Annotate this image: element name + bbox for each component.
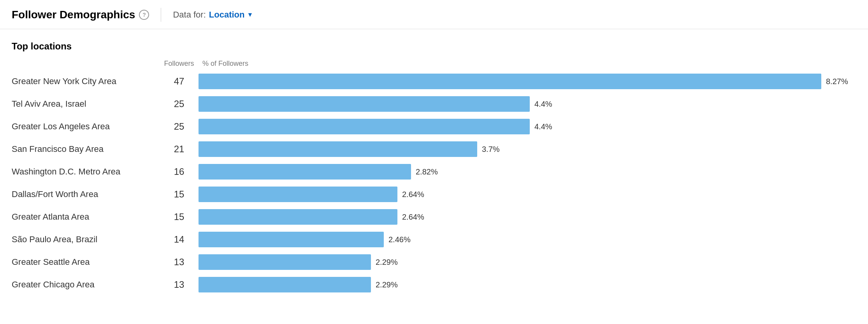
table-row: São Paulo Area, Brazil 14 2.46% <box>12 229 856 250</box>
bar-area: 2.29% <box>199 254 856 270</box>
follower-count: 47 <box>160 76 199 87</box>
location-name: Greater Los Angeles Area <box>12 122 160 132</box>
bar-area: 8.27% <box>199 74 856 89</box>
data-for-section: Data for: Location ▼ <box>173 10 253 20</box>
data-for-dropdown[interactable]: Location ▼ <box>209 10 253 20</box>
title-text: Follower Demographics <box>12 9 135 21</box>
table-row: Greater Seattle Area 13 2.29% <box>12 252 856 273</box>
pct-column-header: % of Followers <box>199 60 856 68</box>
location-name: Greater Chicago Area <box>12 280 160 290</box>
pct-label: 2.29% <box>376 258 398 267</box>
table-row: Greater Los Angeles Area 25 4.4% <box>12 116 856 137</box>
table-row: Dallas/Fort Worth Area 15 2.64% <box>12 184 856 205</box>
pct-label: 4.4% <box>534 100 552 109</box>
pct-label: 2.64% <box>402 213 424 222</box>
follower-count: 15 <box>160 189 199 200</box>
bar-area: 2.29% <box>199 277 856 292</box>
bar <box>199 277 371 292</box>
pct-label: 2.64% <box>402 190 424 199</box>
pct-label: 2.82% <box>416 167 438 176</box>
pct-label: 2.46% <box>388 235 411 244</box>
location-name: São Paulo Area, Brazil <box>12 234 160 245</box>
bar <box>199 232 384 247</box>
follower-count: 14 <box>160 234 199 245</box>
table-row: Greater Chicago Area 13 2.29% <box>12 274 856 295</box>
bar <box>199 187 397 202</box>
bar-area: 2.64% <box>199 187 856 202</box>
pct-label: 8.27% <box>826 77 848 86</box>
follower-count: 25 <box>160 121 199 132</box>
bar-area: 4.4% <box>199 119 856 134</box>
page-title: Follower Demographics ? <box>12 9 149 21</box>
pct-label: 3.7% <box>482 145 500 154</box>
bar <box>199 96 530 112</box>
table-row: Washington D.C. Metro Area 16 2.82% <box>12 161 856 182</box>
bar <box>199 74 821 89</box>
location-name: Dallas/Fort Worth Area <box>12 189 160 199</box>
bar <box>199 141 477 157</box>
table-row: San Francisco Bay Area 21 3.7% <box>12 139 856 160</box>
chevron-down-icon: ▼ <box>247 11 253 18</box>
pct-label: 2.29% <box>376 280 398 289</box>
location-name: Greater Atlanta Area <box>12 212 160 222</box>
header-divider <box>161 8 161 22</box>
section-title: Top locations <box>12 41 856 52</box>
follower-count: 13 <box>160 257 199 268</box>
location-name: Washington D.C. Metro Area <box>12 167 160 177</box>
bar-area: 2.64% <box>199 209 856 225</box>
chart-rows: Greater New York City Area 47 8.27% Tel … <box>12 71 856 295</box>
bar-area: 2.82% <box>199 164 856 180</box>
table-row: Greater New York City Area 47 8.27% <box>12 71 856 92</box>
chart-header: Followers % of Followers <box>12 60 856 68</box>
follower-count: 21 <box>160 144 199 155</box>
help-icon[interactable]: ? <box>139 10 149 20</box>
content-area: Top locations Followers % of Followers G… <box>0 29 868 308</box>
bar <box>199 164 411 180</box>
table-row: Greater Atlanta Area 15 2.64% <box>12 206 856 227</box>
bar-area: 3.7% <box>199 141 856 157</box>
data-for-label: Data for: <box>173 10 206 20</box>
follower-count: 16 <box>160 166 199 177</box>
location-name: Tel Aviv Area, Israel <box>12 99 160 109</box>
bar <box>199 209 397 225</box>
chart-container: Followers % of Followers Greater New Yor… <box>12 60 856 295</box>
pct-label: 4.4% <box>534 122 552 131</box>
location-name: Greater Seattle Area <box>12 257 160 267</box>
followers-column-header: Followers <box>160 60 199 68</box>
location-name: San Francisco Bay Area <box>12 144 160 154</box>
bar-area: 4.4% <box>199 96 856 112</box>
follower-count: 13 <box>160 279 199 290</box>
bar-area: 2.46% <box>199 232 856 247</box>
header: Follower Demographics ? Data for: Locati… <box>0 0 868 29</box>
data-for-value-text: Location <box>209 10 245 20</box>
follower-count: 25 <box>160 99 199 109</box>
follower-count: 15 <box>160 211 199 222</box>
bar <box>199 254 371 270</box>
table-row: Tel Aviv Area, Israel 25 4.4% <box>12 93 856 114</box>
location-name: Greater New York City Area <box>12 76 160 86</box>
bar <box>199 119 530 134</box>
